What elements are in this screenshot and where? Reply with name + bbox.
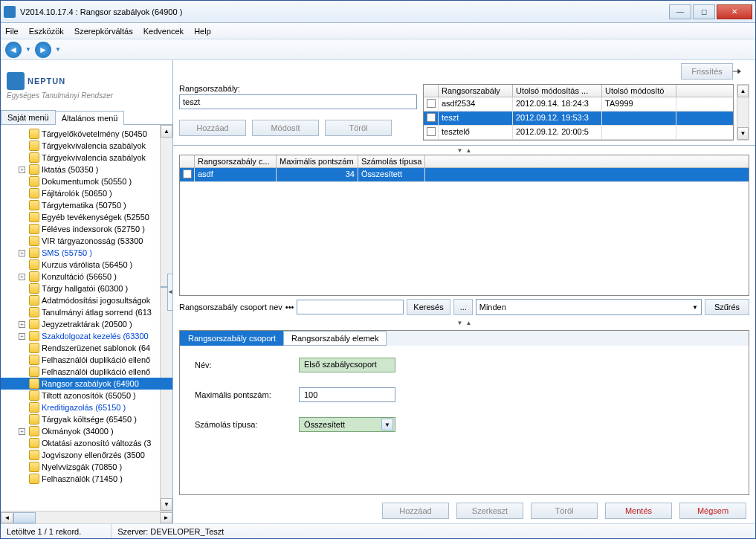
expand-icon[interactable]: + xyxy=(19,428,25,435)
sidebar-tab-general[interactable]: Általános menü xyxy=(55,111,125,125)
tab-elements[interactable]: Rangsorszabály elemek xyxy=(283,331,387,346)
column-header[interactable]: Utolsó módosító xyxy=(602,85,676,97)
minimize-button[interactable]: — xyxy=(669,4,691,19)
tree-item[interactable]: Tárgyelőkövetelmény (50450 xyxy=(1,128,172,140)
tree-item[interactable]: Egyéb tevékenységek (52550 xyxy=(1,211,172,223)
menu-file[interactable]: File xyxy=(5,27,19,36)
tree-item[interactable]: Felhasználók (71450 ) xyxy=(1,473,172,485)
nav-back-button[interactable]: ◄ xyxy=(5,42,22,58)
detail-add-button[interactable]: Hozzáad xyxy=(382,503,449,519)
nav-forward-button[interactable]: ► xyxy=(35,42,51,58)
tree-item[interactable]: +Iktatás (50350 ) xyxy=(1,164,172,175)
table-row[interactable]: asdf25342012.09.14. 18:24:3TA9999 xyxy=(424,97,733,112)
splitter-top[interactable]: ▼▲ xyxy=(173,146,755,155)
scroll-left-icon[interactable]: ◄ xyxy=(1,512,13,523)
rules-grid[interactable]: RangsorszabályUtolsó módosítás ...Utolsó… xyxy=(423,84,734,141)
tree-item[interactable]: Adatmódosítási jogosultságok xyxy=(1,294,172,306)
tree-item[interactable]: Tárgy hallgatói (60300 ) xyxy=(1,283,172,294)
tree-item[interactable]: Oktatási azonosító változás (3 xyxy=(1,437,172,449)
tree-item[interactable]: Kurzus várólista (56450 ) xyxy=(1,259,172,271)
scroll-down-icon[interactable]: ▼ xyxy=(737,127,749,140)
column-header[interactable]: Rangsorszabály c... xyxy=(195,155,277,167)
pin-icon[interactable] xyxy=(731,66,742,77)
tree-item[interactable]: Dokumentumok (50550 ) xyxy=(1,175,172,187)
nav-back-dropdown[interactable]: ▼ xyxy=(25,46,32,54)
tree-item[interactable]: Felhasználói duplikáció ellenő xyxy=(1,354,172,366)
tree-item[interactable]: +Konzultáció (56650 ) xyxy=(1,271,172,283)
tree-item[interactable]: Kreditigazolás (65150 ) xyxy=(1,401,172,413)
tab-group[interactable]: Rangsorszabály csoport xyxy=(180,331,284,346)
tree-item[interactable]: Nyelvvizsgák (70850 ) xyxy=(1,461,172,473)
detail-edit-button[interactable]: Szerkeszt xyxy=(456,503,523,519)
nav-forward-dropdown[interactable]: ▼ xyxy=(54,46,62,54)
row-checkbox[interactable] xyxy=(427,127,436,136)
sidebar-tab-own[interactable]: Saját menü xyxy=(1,110,56,124)
save-button[interactable]: Mentés xyxy=(605,503,672,519)
menu-roleswitch[interactable]: Szerepkörváltás xyxy=(74,27,133,36)
tree-item[interactable]: Felhasználói duplikáció ellenő xyxy=(1,366,172,378)
rules-grid-vscroll[interactable]: ▲ ▼ xyxy=(737,84,749,141)
tree-item[interactable]: +Szakdolgozat kezelés (63300 xyxy=(1,330,172,342)
table-row[interactable]: teszt2012.09.12. 19:53:3 xyxy=(424,112,733,126)
rule-input[interactable] xyxy=(179,94,417,109)
delete-button[interactable]: Töröl xyxy=(325,120,392,136)
tree-item[interactable]: Tárgyekvivalencia szabályok xyxy=(1,152,172,164)
search-button[interactable]: Keresés xyxy=(407,299,450,315)
tree-hscrollbar[interactable]: ◄ ► xyxy=(1,511,172,523)
splitter-mid[interactable]: ▼▲ xyxy=(173,318,755,327)
tree-item[interactable]: Jogviszony ellenőrzés (3500 xyxy=(1,449,172,461)
column-header[interactable]: Rangsorszabály xyxy=(439,85,513,97)
browse-button[interactable]: ... xyxy=(453,299,473,315)
expand-icon[interactable]: + xyxy=(19,333,25,340)
tree-item[interactable]: +Okmányok (34000 ) xyxy=(1,425,172,437)
chevron-down-icon[interactable]: ▼ xyxy=(381,419,393,430)
menu-help[interactable]: Help xyxy=(194,27,211,36)
menu-favorites[interactable]: Kedvencek xyxy=(143,27,184,36)
add-button[interactable]: Hozzáad xyxy=(179,120,246,136)
table-row[interactable]: tesztelő2012.09.12. 20:00:5 xyxy=(424,126,733,140)
scroll-down-icon[interactable]: ▼ xyxy=(161,498,172,511)
detail-delete-button[interactable]: Töröl xyxy=(531,503,598,519)
maximize-button[interactable]: ◻ xyxy=(693,4,715,19)
close-button[interactable]: ✕ xyxy=(717,4,752,19)
hscroll-thumb[interactable] xyxy=(13,512,36,523)
table-row[interactable]: asdf34Összesített xyxy=(180,168,749,182)
row-checkbox[interactable] xyxy=(427,113,436,122)
scroll-right-icon[interactable]: ► xyxy=(160,512,172,523)
groups-grid[interactable]: Rangsorszabály c...Maximális pontszámSzá… xyxy=(179,155,749,296)
tree-item[interactable]: Tanulmányi átlag sorrend (613 xyxy=(1,306,172,318)
tree-item[interactable]: Rendszerüzenet sablonok (64 xyxy=(1,342,172,354)
tree-item[interactable]: VIR tárgyazonosság (53300 xyxy=(1,235,172,247)
tree-item[interactable]: +Jegyzetraktárak (20500 ) xyxy=(1,318,172,330)
tree-item[interactable]: Fájltárolók (50650 ) xyxy=(1,187,172,199)
search-input[interactable] xyxy=(297,300,404,314)
filter-button[interactable]: Szűrés xyxy=(705,299,749,315)
column-header[interactable]: Számolás típusa xyxy=(358,155,425,167)
calc-combo[interactable]: Összesített ▼ xyxy=(299,417,395,432)
nav-tree[interactable]: ▲ ▼ Tárgyelőkövetelmény (50450Tárgyekviv… xyxy=(1,125,172,511)
tree-item[interactable]: Tárgyak költsége (65450 ) xyxy=(1,413,172,425)
tree-item[interactable]: Féléves indexsorok (52750 ) xyxy=(1,223,172,235)
row-checkbox[interactable] xyxy=(427,99,436,108)
tree-item[interactable]: Tiltott azonosítók (65050 ) xyxy=(1,390,172,401)
scroll-up-icon[interactable]: ▲ xyxy=(737,85,749,97)
row-checkbox[interactable] xyxy=(183,170,192,178)
expand-icon[interactable]: + xyxy=(19,167,25,173)
edit-button[interactable]: Módosít xyxy=(252,120,319,136)
column-header[interactable] xyxy=(180,155,195,167)
tree-item[interactable]: Tárgytematika (50750 ) xyxy=(1,199,172,211)
refresh-button[interactable]: Frissítés xyxy=(681,63,733,80)
column-header[interactable]: Utolsó módosítás ... xyxy=(513,85,602,97)
tree-item[interactable]: Rangsor szabályok (64900 xyxy=(1,378,172,390)
cancel-button[interactable]: Mégsem xyxy=(679,503,746,519)
expand-icon[interactable]: + xyxy=(19,250,25,256)
expand-icon[interactable]: + xyxy=(19,321,25,328)
maxpoints-input[interactable] xyxy=(299,387,395,402)
column-header[interactable]: Maximális pontszám xyxy=(277,155,358,167)
tree-item[interactable]: Tárgyekvivalencia szabályok xyxy=(1,140,172,152)
sidebar-collapse-handle[interactable]: ◄ xyxy=(167,274,173,311)
titlebar[interactable]: V2014.10.17.4 : Rangsor szabályok (64900… xyxy=(1,1,755,23)
filter-combo[interactable]: Minden▼ xyxy=(476,299,702,315)
expand-icon[interactable]: + xyxy=(19,274,25,280)
menu-tools[interactable]: Eszközök xyxy=(29,27,64,36)
